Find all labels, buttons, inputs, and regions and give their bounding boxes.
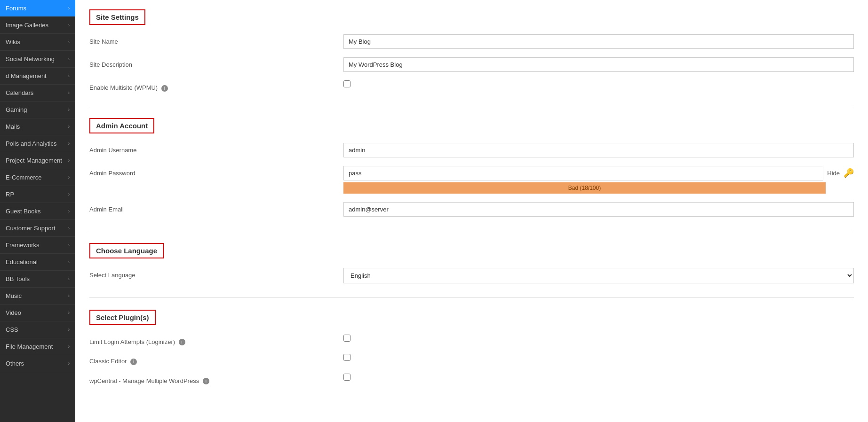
sidebar-item-bb-tools[interactable]: BB Tools › [0, 271, 75, 288]
plugin-1-checkbox[interactable] [343, 335, 350, 342]
chevron-icon: › [68, 56, 70, 62]
hide-password-button[interactable]: Hide [827, 170, 840, 177]
sidebar-item-frameworks[interactable]: Frameworks › [0, 237, 75, 254]
choose-language-title: Choose Language [89, 243, 164, 258]
chevron-icon: › [68, 90, 70, 95]
sidebar-item-social-networking[interactable]: Social Networking › [0, 51, 75, 68]
sidebar-item-ecommerce[interactable]: E-Commerce › [0, 169, 75, 186]
admin-password-input[interactable] [343, 166, 823, 180]
sidebar-item-customer-support[interactable]: Customer Support › [0, 220, 75, 237]
chevron-icon: › [68, 192, 70, 197]
sidebar-item-polls-analytics[interactable]: Polls and Analytics › [0, 135, 75, 152]
site-description-field [343, 57, 854, 72]
site-settings-section: Site Settings Site Name Site Description… [89, 9, 854, 92]
sidebar-item-rp[interactable]: RP › [0, 186, 75, 203]
sidebar-item-label: Frameworks [6, 242, 40, 249]
password-strength-bar: Bad (18/100) [343, 182, 826, 194]
sidebar-item-label: Guest Books [6, 208, 40, 215]
sidebar-item-project-management[interactable]: Project Management › [0, 152, 75, 169]
sidebar-item-css[interactable]: CSS › [0, 321, 75, 338]
sidebar-item-label: Video [6, 309, 21, 316]
plugin-label-2: Classic Editor i [89, 354, 343, 365]
site-description-row: Site Description [89, 57, 854, 72]
sidebar-item-label: Others [6, 360, 24, 367]
site-description-input[interactable] [343, 57, 854, 72]
chevron-icon: › [68, 344, 70, 349]
admin-username-row: Admin Username [89, 143, 854, 157]
sidebar-item-label: Music [6, 292, 22, 299]
chevron-icon: › [68, 276, 70, 281]
chevron-icon: › [68, 361, 70, 366]
sidebar-item-label: Project Management [6, 157, 62, 164]
chevron-icon: › [68, 39, 70, 45]
admin-account-title: Admin Account [89, 118, 154, 133]
sidebar-item-d-management[interactable]: d Management › [0, 68, 75, 85]
sidebar-item-label: Educational [6, 258, 38, 266]
sidebar-item-wikis[interactable]: Wikis › [0, 34, 75, 51]
select-language-row: Select Language English Spanish French G… [89, 268, 854, 283]
enable-multisite-row: Enable Multisite (WPMU) i [89, 80, 854, 92]
plugin-row-3: wpCentral - Manage Multiple WordPress i [89, 374, 854, 385]
sidebar-item-forums[interactable]: Forums › [0, 0, 75, 17]
sidebar-item-label: BB Tools [6, 275, 30, 282]
sidebar-item-label: Calendars [6, 89, 33, 96]
chevron-icon: › [68, 293, 70, 298]
language-select[interactable]: English Spanish French German Italian [343, 268, 854, 283]
admin-username-field [343, 143, 854, 157]
sidebar-item-label: Polls and Analytics [6, 140, 56, 147]
divider-1 [89, 106, 854, 106]
sidebar-item-video[interactable]: Video › [0, 305, 75, 321]
sidebar-item-label: E-Commerce [6, 174, 42, 181]
chevron-icon: › [68, 23, 70, 28]
admin-username-input[interactable] [343, 143, 854, 157]
sidebar-item-gaming[interactable]: Gaming › [0, 102, 75, 118]
sidebar-item-music[interactable]: Music › [0, 288, 75, 305]
sidebar-item-mails[interactable]: Mails › [0, 118, 75, 135]
plugin-1-info-icon[interactable]: i [179, 339, 185, 345]
chevron-icon: › [68, 242, 70, 248]
site-name-input[interactable] [343, 34, 854, 49]
sidebar-item-image-galleries[interactable]: Image Galleries › [0, 17, 75, 34]
admin-email-row: Admin Email [89, 202, 854, 217]
plugin-label-3: wpCentral - Manage Multiple WordPress i [89, 374, 343, 385]
chevron-icon: › [68, 259, 70, 265]
sidebar-item-label: d Management [6, 72, 47, 79]
sidebar-item-others[interactable]: Others › [0, 355, 75, 372]
chevron-icon: › [68, 158, 70, 163]
divider-3 [89, 297, 854, 298]
select-plugins-section: Select Plugin(s) Limit Login Attempts (L… [89, 310, 854, 385]
plugin-2-info-icon[interactable]: i [130, 359, 137, 365]
chevron-icon: › [68, 124, 70, 129]
sidebar-item-educational[interactable]: Educational › [0, 254, 75, 271]
admin-email-field [343, 202, 854, 217]
plugin-checkbox-field-1 [343, 335, 854, 343]
chevron-icon: › [68, 107, 70, 112]
admin-username-label: Admin Username [89, 143, 343, 154]
enable-multisite-checkbox[interactable] [343, 80, 350, 87]
key-icon[interactable]: 🔑 [844, 168, 854, 178]
plugin-row-2: Classic Editor i [89, 354, 854, 365]
choose-language-section: Choose Language Select Language English … [89, 243, 854, 283]
sidebar-item-label: Gaming [6, 106, 27, 113]
sidebar-item-file-management[interactable]: File Management › [0, 338, 75, 355]
site-settings-title: Site Settings [89, 9, 145, 25]
sidebar-item-guest-books[interactable]: Guest Books › [0, 203, 75, 220]
plugin-3-checkbox[interactable] [343, 374, 350, 381]
plugin-3-info-icon[interactable]: i [203, 378, 209, 384]
chevron-icon: › [68, 73, 70, 78]
site-name-label: Site Name [89, 34, 343, 45]
sidebar-item-label: Forums [6, 5, 26, 12]
admin-email-input[interactable] [343, 202, 854, 217]
select-language-field: English Spanish French German Italian [343, 268, 854, 283]
plugin-2-checkbox[interactable] [343, 354, 350, 361]
sidebar-item-label: Image Galleries [6, 22, 48, 29]
plugin-label-1: Limit Login Attempts (Loginizer) i [89, 335, 343, 346]
sidebar-item-calendars[interactable]: Calendars › [0, 85, 75, 102]
sidebar: Forums › Image Galleries › Wikis › Socia… [0, 0, 75, 422]
sidebar-item-label: Mails [6, 123, 20, 130]
chevron-icon: › [68, 141, 70, 146]
plugin-row-1: Limit Login Attempts (Loginizer) i [89, 335, 854, 346]
chevron-icon: › [68, 310, 70, 315]
enable-multisite-info-icon[interactable]: i [161, 85, 168, 92]
enable-multisite-field [343, 80, 854, 89]
